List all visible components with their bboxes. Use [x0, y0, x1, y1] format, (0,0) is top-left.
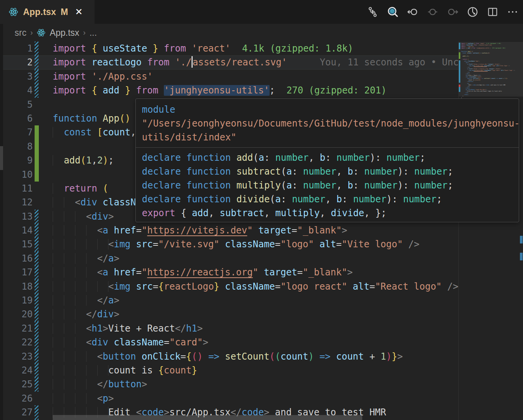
- code-segment: ,: [364, 208, 375, 218]
- gutter: 7: [0, 125, 53, 139]
- code-segment: https://reactjs.org: [147, 267, 253, 278]
- code-text: module: [142, 103, 175, 117]
- gutter-modified-bar: [35, 237, 38, 251]
- code-line[interactable]: 20 </div>: [0, 307, 523, 321]
- code-line[interactable]: declare function add(a: number, b: numbe…: [142, 151, 513, 165]
- code-line[interactable]: 25 </button>: [0, 377, 523, 391]
- code-segment: [53, 183, 64, 194]
- code-line[interactable]: 14 <a href="https://vitejs.dev" target="…: [0, 223, 523, 237]
- code-line[interactable]: 2import reactLogo from './assets/react.s…: [0, 55, 523, 69]
- code-segment: </: [86, 309, 97, 320]
- code-line[interactable]: 17 <a href="https://reactjs.org" target=…: [0, 265, 523, 279]
- code-segment: [169, 57, 175, 68]
- tab-app-tsx[interactable]: App.tsx M ✕: [0, 0, 95, 24]
- code-line[interactable]: 3import './App.css': [0, 70, 523, 83]
- code-segment: const: [64, 127, 92, 138]
- code-segment: import: [53, 43, 86, 54]
- line-number[interactable]: 21: [0, 322, 33, 335]
- next-change-icon[interactable]: [445, 5, 460, 19]
- code-segment: ,: [208, 208, 220, 218]
- line-number[interactable]: 18: [0, 280, 33, 293]
- code-segment: {: [158, 281, 164, 292]
- line-number[interactable]: 15: [0, 237, 33, 251]
- code-segment: [231, 180, 236, 191]
- code-segment: (: [80, 155, 86, 166]
- more-actions-icon[interactable]: [505, 5, 520, 19]
- code-segment: [331, 351, 336, 362]
- left-scroll-thumb[interactable]: [0, 146, 3, 170]
- code-line[interactable]: 1import { useState } from 'react'4.1k (g…: [0, 42, 523, 55]
- code-line[interactable]: 18 <img src={reactLogo} className="logo …: [0, 280, 523, 293]
- line-number[interactable]: 16: [0, 252, 33, 265]
- line-number[interactable]: 13: [0, 210, 33, 223]
- line-number[interactable]: 26: [0, 392, 33, 405]
- code-segment: [53, 351, 97, 362]
- code-segment: >: [197, 323, 203, 334]
- code-line[interactable]: declare function subtract(a: number, b: …: [142, 165, 513, 178]
- line-number[interactable]: 27: [0, 405, 33, 419]
- current-change-icon[interactable]: [425, 5, 440, 19]
- line-number[interactable]: 1: [0, 42, 33, 55]
- code-segment: number: [364, 166, 398, 177]
- code-segment: useState: [103, 43, 147, 54]
- line-number[interactable]: 12: [0, 195, 33, 209]
- code-line[interactable]: 16 </a>: [0, 252, 523, 265]
- code-line[interactable]: "/Users/jeonghyeonsu/Documents/GitHub/te…: [142, 117, 513, 130]
- line-number[interactable]: 8: [0, 140, 33, 153]
- code-line[interactable]: module: [142, 103, 513, 117]
- gutter-modified-bar: [35, 377, 38, 391]
- code-line[interactable]: 21 <h1>Vite + React</h1>: [0, 322, 523, 335]
- breadcrumb-item-symbol[interactable]: ...: [90, 28, 97, 38]
- code-segment: [53, 365, 108, 376]
- line-number[interactable]: 6: [0, 112, 33, 125]
- split-editor-icon[interactable]: [485, 5, 500, 19]
- minimap-content: import { useState } from 'react'4.1k (gz…: [461, 43, 519, 98]
- code-line[interactable]: declare function divide(a: number, b: nu…: [142, 192, 513, 206]
- code-line[interactable]: 22 <div className="card">: [0, 335, 523, 349]
- line-number[interactable]: 14: [0, 223, 33, 237]
- line-number[interactable]: 19: [0, 293, 33, 307]
- line-number[interactable]: 20: [0, 307, 33, 321]
- close-tab-icon[interactable]: ✕: [75, 7, 83, 17]
- code-line[interactable]: utils/dist/index": [142, 130, 513, 144]
- line-number[interactable]: 23: [0, 350, 33, 363]
- code-line[interactable]: 19 </a>: [0, 293, 523, 307]
- timeline-icon[interactable]: [465, 5, 480, 19]
- line-number[interactable]: 24: [0, 363, 33, 377]
- code-line[interactable]: 4import { add } from 'junghyeonsu-utils'…: [0, 83, 523, 97]
- previous-change-icon[interactable]: [405, 5, 420, 19]
- breadcrumb-item-src[interactable]: src: [15, 28, 27, 38]
- code-line[interactable]: export { add, subtract, multiply, divide…: [142, 206, 513, 220]
- gutter: 8: [0, 140, 53, 153]
- code-line[interactable]: declare function multiply(a: number, b: …: [142, 178, 513, 192]
- code-segment: =: [275, 239, 280, 250]
- code-segment: h1: [92, 323, 103, 334]
- line-number[interactable]: 2: [0, 55, 33, 69]
- line-number[interactable]: 4: [0, 83, 33, 97]
- code-line[interactable]: 23 <button onClick={() => setCount((coun…: [0, 350, 523, 363]
- line-number[interactable]: 7: [0, 125, 33, 139]
- code-segment: add: [64, 155, 80, 166]
- open-changes-icon[interactable]: [365, 5, 380, 19]
- line-number[interactable]: 17: [0, 265, 33, 279]
- line-number[interactable]: 10: [0, 168, 33, 182]
- code-segment: </: [97, 253, 108, 264]
- code-segment: import: [53, 85, 86, 96]
- horizontal-scrollbar[interactable]: [53, 415, 362, 420]
- line-number[interactable]: 22: [0, 335, 33, 349]
- code-line[interactable]: 24 count is {count}: [0, 363, 523, 377]
- line-number[interactable]: 5: [0, 98, 33, 112]
- gutter-added-bar: [35, 140, 39, 153]
- line-number[interactable]: 3: [0, 70, 33, 83]
- code-line[interactable]: 15 <img src="/vite.svg" className="logo"…: [0, 237, 523, 251]
- line-number[interactable]: 25: [0, 377, 33, 391]
- line-number[interactable]: 11: [0, 182, 33, 195]
- react-search-icon[interactable]: [385, 5, 400, 19]
- code-segment: a: [103, 225, 108, 236]
- code-line[interactable]: 26 <p>: [0, 392, 523, 405]
- code-segment: ;: [270, 85, 275, 96]
- code-segment: >: [114, 253, 119, 264]
- line-number[interactable]: 9: [0, 153, 33, 167]
- breadcrumb-item-file[interactable]: App.tsx: [50, 28, 79, 38]
- code-segment: "Vite logo": [341, 239, 403, 250]
